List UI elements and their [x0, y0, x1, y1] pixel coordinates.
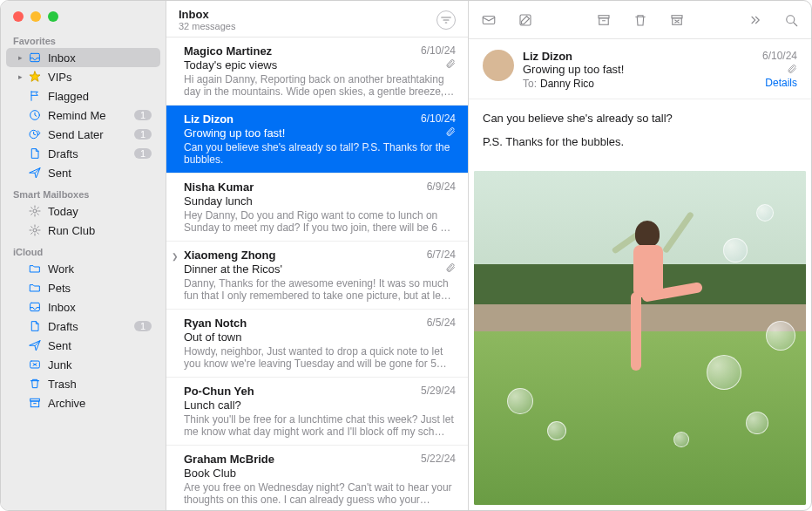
sidebar-item-label: Sent [48, 339, 152, 352]
message-subject: Growing up too fast! [523, 63, 762, 76]
archive-button[interactable] [594, 10, 613, 30]
svg-point-5 [33, 228, 37, 232]
disclosure-icon: ▸ [18, 72, 27, 81]
xbox-icon [27, 358, 43, 371]
sidebar-item-label: Inbox [48, 51, 152, 65]
search-button[interactable] [782, 10, 801, 30]
svg-line-22 [794, 23, 797, 26]
sidebar-item-label: Archive [48, 397, 152, 410]
details-link[interactable]: Details [762, 77, 797, 89]
sidebar: Favorites ▸Inbox▸VIPs▸Flagged▸Remind Me1… [1, 1, 166, 510]
paperplane-icon [27, 338, 43, 352]
subject: Growing up too fast! [184, 126, 442, 140]
sidebar-item-label: Run Club [48, 224, 152, 237]
tray-icon [27, 300, 43, 314]
subject: Lunch call? [184, 399, 456, 412]
message-list[interactable]: Magico Martinez6/10/24Today's epic views… [166, 37, 468, 510]
svg-point-21 [787, 15, 795, 23]
sidebar-item-label: Work [48, 262, 152, 276]
sidebar-item-sent[interactable]: ▸Sent [6, 163, 160, 182]
message-list-item[interactable]: Graham McBride5/22/24Book ClubAre you fr… [166, 446, 468, 510]
message-list-item[interactable]: Liz Dizon6/10/24Growing up too fast!Can … [166, 106, 468, 174]
subject: Dinner at the Ricos' [184, 262, 442, 276]
disclosure-icon: ▸ [18, 53, 27, 62]
sidebar-item-work[interactable]: ▸Work [6, 259, 160, 278]
sidebar-item-pets[interactable]: ▸Pets [6, 278, 160, 297]
svg-rect-0 [30, 53, 40, 61]
close-window-button[interactable] [13, 11, 24, 22]
message-list-item[interactable]: Magico Martinez6/10/24Today's epic views… [166, 37, 468, 106]
attachment-icon [787, 64, 797, 74]
date: 6/10/24 [421, 112, 456, 126]
badge: 1 [134, 110, 152, 120]
thread-chevron-icon: ❯ [172, 252, 179, 261]
sidebar-item-today[interactable]: ▸Today [6, 201, 160, 221]
svg-point-4 [33, 209, 37, 213]
message-header: Liz Dizon Growing up too fast! To:Danny … [469, 39, 811, 99]
recipient: To:Danny Rico [523, 78, 594, 90]
svg-rect-14 [483, 16, 495, 24]
svg-rect-6 [30, 303, 40, 310]
svg-rect-17 [599, 17, 608, 24]
sidebar-item-archive[interactable]: ▸Archive [6, 393, 160, 412]
gear-gray-icon [27, 204, 43, 218]
compose-button[interactable] [516, 10, 535, 30]
sidebar-item-drafts[interactable]: ▸Drafts1 [6, 144, 160, 163]
sidebar-item-label: Today [48, 205, 152, 218]
sender-name: Liz Dizon [523, 50, 762, 63]
sidebar-item-vips[interactable]: ▸VIPs [6, 67, 160, 86]
junk-button[interactable] [667, 10, 687, 30]
preview-text: Howdy, neighbor, Just wanted to drop a q… [184, 345, 456, 370]
sidebar-item-sendlater[interactable]: ▸Send Later1 [6, 125, 160, 144]
sidebar-item-label: Inbox [48, 301, 152, 314]
sender: Xiaomeng Zhong [184, 249, 427, 262]
sidebar-item-label: Drafts [48, 320, 134, 333]
trash-icon [27, 377, 43, 391]
reply-button[interactable] [479, 10, 498, 30]
message-list-item[interactable]: Po-Chun Yeh5/29/24Lunch call?Think you'l… [166, 378, 468, 446]
sidebar-item-label: Junk [48, 358, 152, 371]
preview-text: Can you believe she's already so tall? P… [184, 141, 456, 166]
minimize-window-button[interactable] [30, 11, 41, 22]
sidebar-item-label: Drafts [48, 147, 134, 160]
message-list-item[interactable]: Ryan Notch6/5/24Out of townHowdy, neighb… [166, 310, 468, 378]
filter-button[interactable] [436, 10, 456, 30]
sidebar-item-flagged[interactable]: ▸Flagged [6, 86, 160, 106]
sender: Liz Dizon [184, 112, 421, 126]
sidebar-item-runclub[interactable]: ▸Run Club [6, 221, 160, 240]
flag-icon [27, 89, 43, 103]
sidebar-item-remindme[interactable]: ▸Remind Me1 [6, 106, 160, 125]
paperclip-icon [445, 262, 456, 276]
sidebar-item-cdrafts[interactable]: ▸Drafts1 [6, 317, 160, 336]
more-button[interactable] [745, 10, 764, 30]
star-icon [27, 70, 43, 84]
sidebar-item-junk[interactable]: ▸Junk [6, 355, 160, 374]
svg-rect-9 [30, 401, 38, 407]
delete-button[interactable] [631, 10, 650, 30]
sidebar-item-label: Remind Me [48, 109, 134, 122]
clock-send-icon [27, 127, 43, 141]
folder-icon [27, 281, 43, 295]
sidebar-item-label: Trash [48, 378, 152, 391]
sidebar-item-inbox[interactable]: ▸Inbox [6, 48, 160, 67]
sidebar-item-csent[interactable]: ▸Sent [6, 336, 160, 355]
message-list-item[interactable]: ❯Xiaomeng Zhong6/7/24Dinner at the Ricos… [166, 242, 468, 310]
subject: Today's epic views [184, 58, 442, 72]
sidebar-item-label: Flagged [48, 90, 152, 103]
zoom-window-button[interactable] [48, 11, 58, 22]
paperplane-icon [27, 166, 43, 180]
badge: 1 [134, 148, 152, 159]
badge: 1 [134, 321, 152, 331]
preview-text: Danny, Thanks for the awesome evening! I… [184, 277, 456, 302]
subject: Out of town [184, 330, 456, 344]
sidebar-item-cinbox[interactable]: ▸Inbox [6, 297, 160, 317]
section-smart: Smart Mailboxes [1, 182, 166, 201]
sender-avatar [483, 50, 514, 81]
message-list-item[interactable]: Nisha Kumar6/9/24Sunday lunchHey Danny, … [166, 174, 468, 242]
sidebar-item-trash[interactable]: ▸Trash [6, 374, 160, 393]
section-icloud: iCloud [1, 240, 166, 259]
preview-text: Think you'll be free for a lunchtime cha… [184, 413, 456, 438]
sender: Nisha Kumar [184, 181, 427, 194]
date: 6/7/24 [427, 249, 456, 262]
subject: Sunday lunch [184, 194, 456, 208]
